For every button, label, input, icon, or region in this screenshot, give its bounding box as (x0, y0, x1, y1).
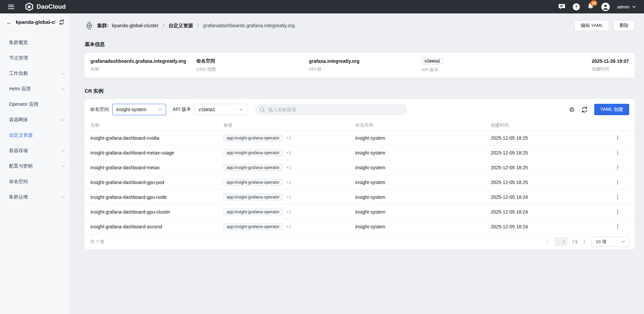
sidebar-item[interactable]: 容器网络 (0, 112, 70, 128)
cr-name[interactable]: insight-grafana-dashboard-nvidia (90, 135, 224, 141)
cr-created-time: 2025-12-05 18:24 (491, 194, 606, 200)
info-field-label: API 组 (309, 66, 421, 72)
table-row: insight-grafana-dashboard-gpu-node app:i… (85, 190, 635, 205)
info-field: v1beta1 API 版本 (421, 58, 592, 73)
info-field-label: API 版本 (421, 67, 592, 73)
kebab-menu-icon[interactable] (614, 148, 621, 158)
notifications-bell-icon[interactable]: 38 (587, 3, 594, 11)
total-count: 共 7 项 (90, 239, 104, 245)
namespace-select-value: insight-system (116, 107, 146, 112)
username: admin (617, 4, 630, 9)
label-more-count: +1 (286, 135, 291, 140)
sidebar-item[interactable]: 节点管理 (0, 50, 70, 66)
sidebar-item[interactable]: Operator 应用 (0, 97, 70, 112)
sidebar-item-label: Operator 应用 (9, 101, 65, 107)
cr-name[interactable]: insight-grafana-dashboard-gpu-node (90, 194, 224, 200)
cr-name[interactable]: insight-grafana-dashboard-gpu-pod (90, 180, 224, 185)
chevron-down-icon (61, 165, 65, 168)
table-row: insight-grafana-dashboard-metax-usage ap… (85, 145, 635, 160)
sidebar-item-label: 容器网络 (9, 117, 61, 123)
help-icon[interactable]: ? (573, 3, 580, 10)
kebab-menu-icon[interactable] (614, 222, 621, 231)
delete-button[interactable]: 删除 (613, 20, 635, 31)
sidebar-item[interactable]: 集群运维 (0, 189, 70, 205)
yaml-create-button[interactable]: YAML 创建 (594, 104, 629, 115)
table-row: insight-grafana-dashboard-metax app:insi… (85, 160, 635, 175)
search-box (255, 104, 407, 115)
chevron-down-icon (61, 150, 65, 152)
sidebar-item[interactable]: 集群概览 (0, 35, 70, 50)
breadcrumb-resource: grafanadashboards.grafana.integreatly.or… (203, 23, 295, 28)
cr-name[interactable]: insight-grafana-dashboard-gpu-cluster (90, 209, 224, 215)
sidebar-item-label: 自定义资源 (9, 132, 65, 138)
switch-cluster-icon[interactable] (59, 19, 65, 25)
info-field-label: 名称 (90, 66, 196, 72)
basic-info-card: grafanadashboards.grafana.integreatly.or… (85, 53, 635, 78)
label-more-count: +1 (286, 180, 291, 185)
cr-namespace: insight-system (355, 194, 491, 200)
gear-icon[interactable]: ⚙ (569, 106, 574, 113)
column-header-labels: 标签 (224, 122, 355, 128)
search-icon (259, 107, 265, 113)
info-field: grafana.integreatly.org API 组 (309, 58, 421, 72)
breadcrumb-cluster-value[interactable]: kpanda-global-cluster (112, 23, 159, 28)
cr-name[interactable]: insight-grafana-dashboard-metax (90, 165, 224, 170)
sidebar-item[interactable]: Helm 应用 (0, 81, 70, 97)
namespace-select[interactable]: insight-system (112, 104, 166, 115)
info-field: 2025-11-26 19:07 创建时间 (592, 58, 629, 72)
sidebar-item-label: 集群运维 (9, 194, 61, 200)
cr-name[interactable]: insight-grafana-dashboard-metax-usage (90, 150, 224, 155)
cr-instances-panel: 命名空间 insight-system API 版本 v1beta1 ⚙ (85, 99, 635, 249)
page-number-input[interactable] (555, 237, 567, 246)
breadcrumb-separator: / (197, 23, 199, 28)
sidebar-item[interactable]: 自定义资源 (0, 128, 70, 143)
label-more-count: +1 (286, 209, 291, 214)
column-header-name: 名称 (90, 122, 224, 128)
breadcrumb-section[interactable]: 自定义资源 (169, 23, 193, 29)
brand: DaoCloud (25, 2, 66, 11)
sidebar: ← kpanda-global-cl... 集群概览 节点管理 (0, 13, 70, 314)
cr-namespace: insight-system (355, 150, 491, 155)
cr-name[interactable]: insight-grafana-dashboard-ascend (90, 224, 224, 229)
sidebar-item[interactable]: 工作负载 (0, 66, 70, 81)
topbar: DaoCloud ? 38 admin (0, 0, 644, 13)
search-input[interactable] (268, 107, 403, 112)
notification-count-badge: 38 (590, 0, 597, 6)
cr-instances-title: CR 实例 (85, 88, 635, 94)
sidebar-item[interactable]: 命名空间 (0, 174, 70, 189)
chevron-down-icon (239, 108, 243, 111)
breadcrumb-separator: / (163, 23, 164, 28)
cr-namespace: insight-system (355, 209, 491, 215)
api-version-tag: v1beta1 (421, 58, 443, 64)
back-arrow-icon[interactable]: ← (6, 19, 12, 25)
user-menu[interactable]: admin (617, 4, 636, 9)
next-page-icon[interactable] (582, 239, 587, 244)
edit-yaml-button[interactable]: 编辑 YAML (574, 20, 609, 31)
info-field-label: CRD 范围 (196, 66, 309, 73)
chevron-down-icon (61, 73, 65, 75)
kebab-menu-icon[interactable] (614, 133, 621, 143)
table-footer: 共 7 项 / 1 10 项 (85, 234, 635, 249)
kebab-menu-icon[interactable] (614, 207, 621, 217)
api-version-select[interactable]: v1beta1 (194, 104, 247, 115)
info-field-label: 创建时间 (592, 66, 629, 72)
sidebar-item[interactable]: 容器存储 (0, 143, 70, 159)
sidebar-item[interactable]: 配置与密钥 (0, 159, 70, 174)
column-header-created: 创建时间 (491, 122, 606, 128)
info-field-value: 命名空间 (196, 58, 309, 64)
info-field-value: grafana.integreatly.org (309, 58, 421, 64)
kebab-menu-icon[interactable] (614, 192, 621, 202)
kebab-menu-icon[interactable] (614, 178, 621, 187)
chat-icon[interactable] (558, 4, 565, 10)
hamburger-menu-icon[interactable] (8, 3, 14, 10)
refresh-icon[interactable] (581, 106, 588, 113)
page-size-select[interactable]: 10 项 (592, 237, 629, 247)
cr-created-time: 2025-12-05 18:25 (491, 135, 606, 141)
cr-created-time: 2025-12-05 18:24 (491, 224, 606, 229)
breadcrumb-cluster-label: 集群: (97, 23, 109, 29)
kebab-menu-icon[interactable] (614, 163, 621, 172)
page-size-value: 10 项 (596, 239, 606, 245)
chevron-down-icon (158, 108, 162, 111)
avatar[interactable] (601, 3, 610, 11)
prev-page-icon[interactable] (546, 239, 550, 244)
